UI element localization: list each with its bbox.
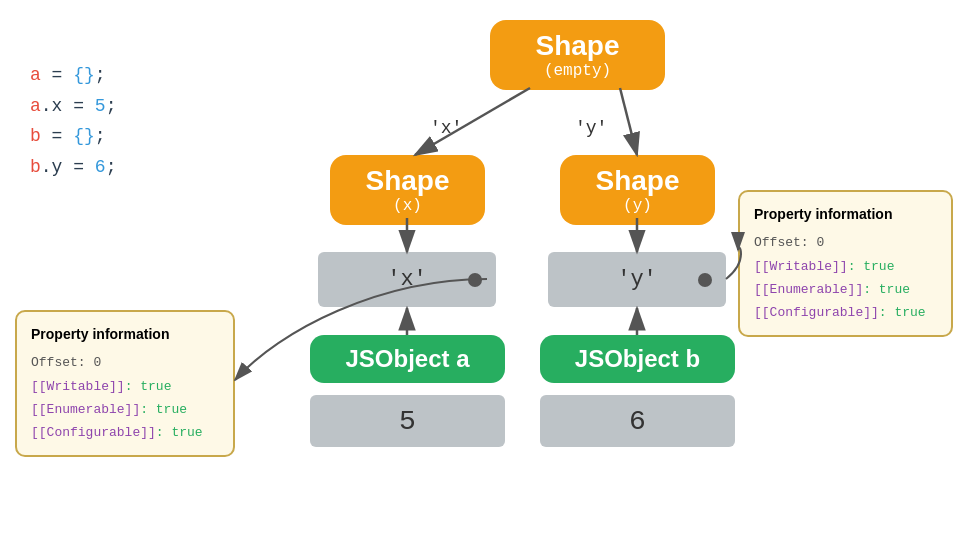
shape-x-node: Shape (x)	[330, 155, 485, 225]
shape-y-node: Shape (y)	[560, 155, 715, 225]
info-left-writable-val: : true	[125, 379, 172, 394]
code-line3-var: b	[30, 126, 41, 146]
shape-empty-subtitle: (empty)	[510, 62, 645, 80]
shape-y-subtitle: (y)	[580, 197, 695, 215]
code-block: a = {}; a.x = 5; b = {}; b.y = 6;	[30, 60, 116, 182]
prop-x-dot	[468, 273, 482, 287]
prop-y-label: 'y'	[617, 267, 657, 292]
info-left-configurable-val: : true	[156, 425, 203, 440]
code-line1-var: a	[30, 65, 41, 85]
shape-empty-title: Shape	[510, 30, 645, 62]
info-right-enumerable: [[Enumerable]]	[754, 282, 863, 297]
info-left-offset: Offset: 0	[31, 351, 219, 374]
info-right-writable-val: : true	[848, 259, 895, 274]
value-b-box: 6	[540, 395, 735, 447]
info-left-configurable: [[Configurable]]	[31, 425, 156, 440]
edge-label-x: 'x'	[430, 118, 462, 138]
value-a: 5	[399, 406, 416, 437]
info-right-title: Property information	[754, 202, 937, 227]
code-line4-var: b	[30, 157, 41, 177]
info-left-title: Property information	[31, 322, 219, 347]
shape-y-title: Shape	[580, 165, 695, 197]
jsobject-b-node: JSObject b	[540, 335, 735, 383]
info-left-writable: [[Writable]]	[31, 379, 125, 394]
info-right-offset: Offset: 0	[754, 231, 937, 254]
prop-box-y: 'y'	[548, 252, 726, 307]
info-box-right: Property information Offset: 0 [[Writabl…	[738, 190, 953, 337]
arrow-top-to-y	[620, 88, 637, 155]
info-right-enumerable-val: : true	[863, 282, 910, 297]
shape-x-subtitle: (x)	[350, 197, 465, 215]
info-right-configurable: [[Configurable]]	[754, 305, 879, 320]
value-b: 6	[629, 406, 646, 437]
info-left-enumerable-val: : true	[140, 402, 187, 417]
shape-x-title: Shape	[350, 165, 465, 197]
prop-x-label: 'x'	[387, 267, 427, 292]
info-right-configurable-val: : true	[879, 305, 926, 320]
value-a-box: 5	[310, 395, 505, 447]
jsobject-a-node: JSObject a	[310, 335, 505, 383]
prop-box-x: 'x'	[318, 252, 496, 307]
prop-y-dot	[698, 273, 712, 287]
jsobject-a-title: JSObject a	[330, 345, 485, 373]
code-line2-var: a	[30, 96, 41, 116]
info-left-enumerable: [[Enumerable]]	[31, 402, 140, 417]
info-right-writable: [[Writable]]	[754, 259, 848, 274]
shape-empty-node: Shape (empty)	[490, 20, 665, 90]
edge-label-y: 'y'	[575, 118, 607, 138]
info-box-left: Property information Offset: 0 [[Writabl…	[15, 310, 235, 457]
jsobject-b-title: JSObject b	[560, 345, 715, 373]
